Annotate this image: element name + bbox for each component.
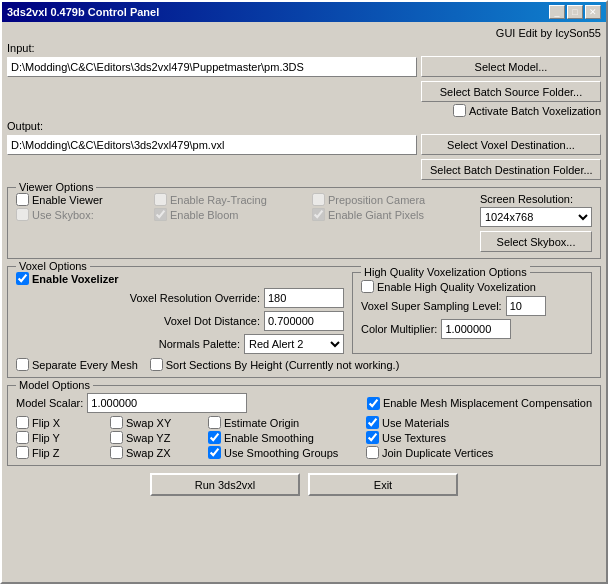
flip-x-label: Flip X <box>32 417 60 429</box>
run-button[interactable]: Run 3ds2vxl <box>150 473 300 496</box>
use-skybox-checkbox[interactable] <box>16 208 29 221</box>
output-field[interactable] <box>7 135 417 155</box>
screen-resolution-select[interactable]: 1024x768 <box>480 207 592 227</box>
content-area: GUI Edit by IcySon55 Input: Select Model… <box>2 22 606 582</box>
voxel-res-input[interactable] <box>264 288 344 308</box>
sort-sections-row: Sort Sections By Height (Currently not w… <box>150 358 400 371</box>
window-title: 3ds2vxl 0.479b Control Panel <box>7 6 159 18</box>
normals-palette-label: Normals Palette: <box>159 338 240 350</box>
voxel-dot-row: Voxel Dot Distance: <box>16 311 344 331</box>
swap-yz-row: Swap YZ <box>110 431 200 444</box>
title-bar-buttons: _ □ ✕ <box>549 5 601 19</box>
normals-palette-row: Normals Palette: Red Alert 2 Tiberian Su… <box>16 334 344 354</box>
enable-voxelizer-label: Enable Voxelizer <box>32 273 119 285</box>
close-button[interactable]: ✕ <box>585 5 601 19</box>
use-smoothing-groups-label: Use Smoothing Groups <box>224 447 338 459</box>
enable-giant-pixels-checkbox[interactable] <box>312 208 325 221</box>
enable-smoothing-label: Enable Smoothing <box>224 432 314 444</box>
enable-bloom-checkbox[interactable] <box>154 208 167 221</box>
enable-hq-checkbox[interactable] <box>361 280 374 293</box>
select-batch-dest-button[interactable]: Select Batch Destination Folder... <box>421 159 601 180</box>
sort-sections-label: Sort Sections By Height (Currently not w… <box>166 359 400 371</box>
output-section: Output: Select Voxel Destination... Sele… <box>7 120 601 180</box>
enable-hq-row: Enable High Quality Voxelization <box>361 280 583 293</box>
input-row: Select Model... <box>7 56 601 77</box>
select-skybox-button[interactable]: Select Skybox... <box>480 231 592 252</box>
activate-batch-label: Activate Batch Voxelization <box>469 105 601 117</box>
enable-viewer-row: Enable Viewer <box>16 193 146 206</box>
screen-resolution-label: Screen Resolution: <box>480 193 592 205</box>
main-window: 3ds2vxl 0.479b Control Panel _ □ ✕ GUI E… <box>0 0 608 584</box>
join-duplicate-vertices-label: Join Duplicate Vertices <box>382 447 493 459</box>
model-scalar-row: Model Scalar: Enable Mesh Misplacement C… <box>16 393 592 413</box>
model-scalar-label: Model Scalar: <box>16 397 83 409</box>
enable-voxelizer-checkbox[interactable] <box>16 272 29 285</box>
enable-smoothing-checkbox[interactable] <box>208 431 221 444</box>
enable-bloom-row: Enable Bloom <box>154 208 304 221</box>
estimate-origin-label: Estimate Origin <box>224 417 299 429</box>
separate-mesh-label: Separate Every Mesh <box>32 359 138 371</box>
estimate-origin-checkbox[interactable] <box>208 416 221 429</box>
normals-palette-select[interactable]: Red Alert 2 Tiberian Sun <box>244 334 344 354</box>
voxel-dot-input[interactable] <box>264 311 344 331</box>
select-dest-button[interactable]: Select Voxel Destination... <box>421 134 601 155</box>
flip-z-checkbox[interactable] <box>16 446 29 459</box>
flip-x-checkbox[interactable] <box>16 416 29 429</box>
minimize-button[interactable]: _ <box>549 5 565 19</box>
separate-mesh-checkbox[interactable] <box>16 358 29 371</box>
select-batch-source-button[interactable]: Select Batch Source Folder... <box>421 81 601 102</box>
use-smoothing-groups-checkbox[interactable] <box>208 446 221 459</box>
enable-raytracing-label: Enable Ray-Tracing <box>170 194 267 206</box>
viewer-options-group: Viewer Options Enable Viewer Use Skybox: <box>7 187 601 259</box>
flip-y-checkbox[interactable] <box>16 431 29 444</box>
activate-batch-checkbox[interactable] <box>453 104 466 117</box>
voxel-res-row: Voxel Resolution Override: <box>16 288 344 308</box>
model-scalar-input[interactable] <box>87 393 247 413</box>
swap-zx-checkbox[interactable] <box>110 446 123 459</box>
flip-y-label: Flip Y <box>32 432 60 444</box>
viewer-options-label: Viewer Options <box>16 181 96 193</box>
join-duplicate-vertices-checkbox[interactable] <box>366 446 379 459</box>
swap-xy-label: Swap XY <box>126 417 171 429</box>
enable-giant-pixels-label: Enable Giant Pixels <box>328 209 424 221</box>
activate-batch-row: Activate Batch Voxelization <box>453 104 601 117</box>
input-label: Input: <box>7 42 601 54</box>
select-model-button[interactable]: Select Model... <box>421 56 601 77</box>
sort-sections-checkbox[interactable] <box>150 358 163 371</box>
enable-viewer-label: Enable Viewer <box>32 194 103 206</box>
enable-mesh-misplacement-label: Enable Mesh Misplacement Compensation <box>383 397 592 409</box>
hq-options-label: High Quality Voxelization Options <box>361 266 530 278</box>
enable-viewer-checkbox[interactable] <box>16 193 29 206</box>
preposition-camera-checkbox[interactable] <box>312 193 325 206</box>
model-options-group: Model Options Model Scalar: Enable Mesh … <box>7 385 601 466</box>
color-multiplier-input[interactable] <box>441 319 511 339</box>
super-sampling-row: Voxel Super Sampling Level: <box>361 296 583 316</box>
enable-mesh-misplacement-checkbox[interactable] <box>367 397 380 410</box>
enable-raytracing-checkbox[interactable] <box>154 193 167 206</box>
use-textures-label: Use Textures <box>382 432 446 444</box>
exit-button[interactable]: Exit <box>308 473 458 496</box>
swap-xy-checkbox[interactable] <box>110 416 123 429</box>
maximize-button[interactable]: □ <box>567 5 583 19</box>
super-sampling-input[interactable] <box>506 296 546 316</box>
enable-bloom-label: Enable Bloom <box>170 209 239 221</box>
enable-hq-label: Enable High Quality Voxelization <box>377 281 536 293</box>
swap-zx-row: Swap ZX <box>110 446 200 459</box>
use-textures-checkbox[interactable] <box>366 431 379 444</box>
voxel-options-label: Voxel Options <box>16 260 90 272</box>
enable-smoothing-row: Enable Smoothing <box>208 431 358 444</box>
input-field[interactable] <box>7 57 417 77</box>
preposition-camera-label: Preposition Camera <box>328 194 425 206</box>
preposition-camera-row: Preposition Camera <box>312 193 472 206</box>
use-skybox-label: Use Skybox: <box>32 209 94 221</box>
enable-mesh-misplacement-row: Enable Mesh Misplacement Compensation <box>367 397 592 410</box>
swap-yz-checkbox[interactable] <box>110 431 123 444</box>
title-bar: 3ds2vxl 0.479b Control Panel _ □ ✕ <box>2 2 606 22</box>
voxel-options-group: Voxel Options Enable Voxelizer Voxel Res… <box>7 266 601 378</box>
gui-credit: GUI Edit by IcySon55 <box>496 27 601 39</box>
swap-xy-row: Swap XY <box>110 416 200 429</box>
flip-x-row: Flip X <box>16 416 106 429</box>
separate-sort-row: Separate Every Mesh Sort Sections By Hei… <box>16 358 592 371</box>
use-materials-checkbox[interactable] <box>366 416 379 429</box>
model-options-label: Model Options <box>16 379 93 391</box>
